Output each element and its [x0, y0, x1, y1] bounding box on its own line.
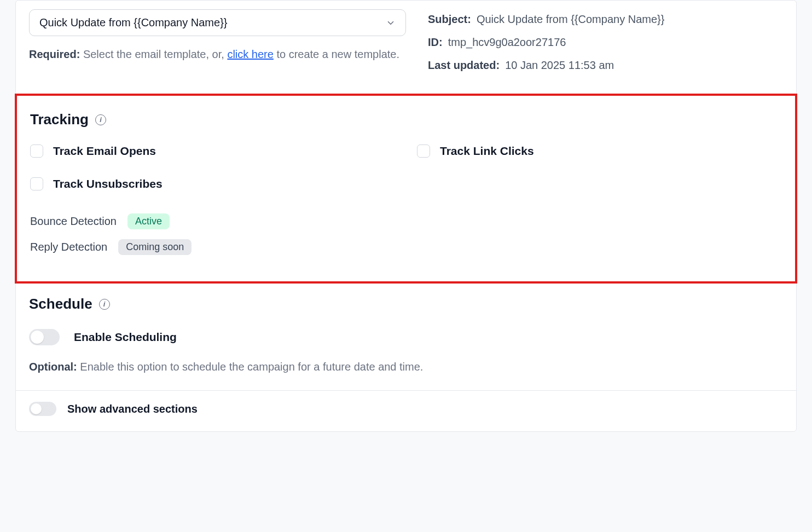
advanced-section: Show advanced sections — [16, 390, 796, 431]
tracking-title-row: Tracking i — [30, 111, 782, 128]
schedule-helper-prefix: Optional: — [29, 361, 77, 373]
bounce-label: Bounce Detection — [30, 215, 117, 228]
updated-value: 10 Jan 2025 11:53 am — [505, 57, 614, 73]
enable-scheduling-row: Enable Scheduling — [29, 329, 783, 345]
bounce-detection-row: Bounce Detection Active — [30, 213, 782, 229]
enable-scheduling-label: Enable Scheduling — [74, 331, 177, 344]
advanced-toggle-row: Show advanced sections — [29, 402, 783, 416]
subject-value: Quick Update from {{Company Name}} — [477, 11, 665, 27]
meta-id: ID: tmp_hcv9g0a2oor27176 — [428, 34, 783, 50]
id-label: ID: — [428, 34, 443, 50]
track-clicks-checkbox[interactable] — [417, 144, 430, 158]
track-unsub-option[interactable]: Track Unsubscribes — [30, 177, 395, 190]
track-clicks-label: Track Link Clicks — [440, 144, 534, 158]
toggle-knob — [31, 331, 44, 344]
enable-scheduling-toggle[interactable] — [29, 329, 60, 345]
bounce-status-badge: Active — [127, 213, 170, 229]
template-section: Quick Update from {{Company Name}} Requi… — [16, 1, 796, 94]
subject-label: Subject: — [428, 11, 471, 27]
tracking-section: Tracking i Track Email Opens Track Link … — [15, 94, 797, 284]
track-clicks-option[interactable]: Track Link Clicks — [417, 144, 782, 158]
create-template-link[interactable]: click here — [227, 48, 273, 60]
tracking-title: Tracking — [30, 111, 89, 128]
template-select[interactable]: Quick Update from {{Company Name}} — [29, 9, 406, 36]
campaign-settings-card: Quick Update from {{Company Name}} Requi… — [15, 0, 797, 432]
advanced-label: Show advanced sections — [67, 403, 198, 415]
track-opens-checkbox[interactable] — [30, 144, 43, 158]
schedule-title: Schedule — [29, 296, 92, 313]
updated-label: Last updated: — [428, 57, 500, 73]
reply-label: Reply Detection — [30, 241, 107, 253]
advanced-toggle[interactable] — [29, 402, 56, 416]
track-opens-label: Track Email Opens — [53, 144, 156, 158]
template-meta-col: Subject: Quick Update from {{Company Nam… — [428, 9, 783, 80]
spacer — [417, 177, 782, 190]
template-helper-suffix: to create a new template. — [274, 48, 399, 60]
reply-status-badge: Coming soon — [118, 239, 192, 255]
schedule-section: Schedule i Enable Scheduling Optional: E… — [16, 284, 796, 390]
template-helper-prefix: Required: — [29, 48, 80, 60]
template-select-value: Quick Update from {{Company Name}} — [39, 16, 228, 29]
track-unsub-checkbox[interactable] — [30, 177, 43, 190]
template-helper-mid: Select the email template, or, — [80, 48, 227, 60]
schedule-helper-text: Enable this option to schedule the campa… — [77, 361, 424, 373]
schedule-title-row: Schedule i — [29, 296, 783, 313]
id-value: tmp_hcv9g0a2oor27176 — [448, 34, 566, 50]
template-helper: Required: Select the email template, or,… — [29, 46, 406, 62]
reply-detection-row: Reply Detection Coming soon — [30, 239, 782, 255]
chevron-down-icon — [386, 18, 396, 28]
template-select-col: Quick Update from {{Company Name}} Requi… — [29, 9, 406, 80]
info-icon[interactable]: i — [99, 299, 110, 310]
tracking-options: Track Email Opens Track Link Clicks Trac… — [30, 144, 782, 190]
meta-updated: Last updated: 10 Jan 2025 11:53 am — [428, 57, 783, 73]
track-opens-option[interactable]: Track Email Opens — [30, 144, 395, 158]
info-icon[interactable]: i — [95, 114, 106, 125]
toggle-knob — [31, 403, 42, 414]
schedule-helper: Optional: Enable this option to schedule… — [29, 358, 783, 375]
track-unsub-label: Track Unsubscribes — [53, 177, 163, 190]
meta-subject: Subject: Quick Update from {{Company Nam… — [428, 11, 783, 27]
